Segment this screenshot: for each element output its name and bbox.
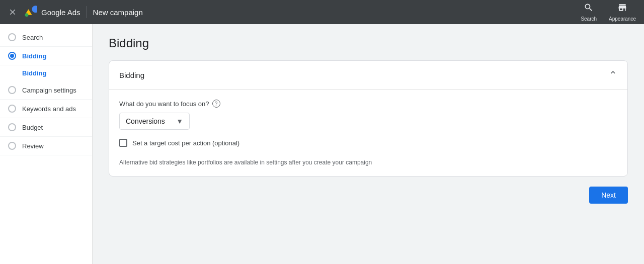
- appearance-action[interactable]: Appearance: [609, 3, 636, 22]
- chevron-down-icon: ▼: [176, 117, 183, 125]
- next-button-container: Next: [109, 187, 628, 204]
- appearance-label: Appearance: [609, 16, 636, 22]
- sidebar-label-budget: Budget: [22, 124, 43, 131]
- nav-divider: [87, 6, 87, 18]
- target-cost-label[interactable]: Set a target cost per action (optional): [132, 139, 239, 147]
- sidebar-item-budget[interactable]: Budget: [0, 118, 92, 137]
- sidebar-item-campaign-settings[interactable]: Campaign settings: [0, 81, 92, 100]
- target-cost-checkbox[interactable]: [119, 139, 127, 147]
- sidebar-radio-campaign-settings: [8, 86, 16, 94]
- sidebar-radio-review: [8, 142, 16, 150]
- search-action[interactable]: Search: [581, 3, 597, 22]
- sidebar-label-search: Search: [22, 34, 43, 41]
- main-content: Bidding Bidding ⌃ What do you want to fo…: [93, 24, 644, 264]
- focus-label: What do you want to focus on? ?: [119, 100, 617, 108]
- sidebar: Search Bidding Bidding Campaign settings…: [0, 24, 93, 264]
- focus-select[interactable]: Conversions ▼: [119, 113, 190, 130]
- sidebar-label-campaign-settings: Campaign settings: [22, 86, 76, 94]
- next-button[interactable]: Next: [589, 187, 628, 204]
- card-header: Bidding ⌃: [109, 61, 627, 90]
- sidebar-radio-keywords-and-ads: [8, 105, 16, 113]
- sidebar-radio-bidding: [8, 52, 16, 60]
- sidebar-radio-budget: [8, 123, 16, 131]
- sidebar-item-review[interactable]: Review: [0, 137, 92, 155]
- sidebar-sub-bidding[interactable]: Bidding: [0, 65, 92, 81]
- sidebar-label-keywords-and-ads: Keywords and ads: [22, 105, 76, 113]
- target-cost-row: Set a target cost per action (optional): [119, 139, 617, 147]
- campaign-title: New campaign: [93, 8, 143, 17]
- card-title: Bidding: [119, 71, 144, 79]
- brand-name: Google Ads: [41, 8, 80, 17]
- search-icon: [584, 3, 594, 15]
- focus-value: Conversions: [126, 117, 165, 125]
- card-body: What do you want to focus on? ? Conversi…: [109, 90, 627, 176]
- help-icon[interactable]: ?: [212, 100, 220, 108]
- topnav-actions: Search Appearance: [581, 3, 636, 22]
- search-label: Search: [581, 16, 597, 22]
- sidebar-item-keywords-and-ads[interactable]: Keywords and ads: [0, 100, 92, 118]
- sidebar-sub-label: Bidding: [22, 69, 46, 77]
- appearance-icon: [617, 3, 627, 15]
- sidebar-label-bidding: Bidding: [22, 52, 46, 60]
- main-layout: Search Bidding Bidding Campaign settings…: [0, 24, 644, 264]
- close-button[interactable]: [8, 8, 17, 17]
- google-ads-logo: Google Ads: [23, 5, 80, 19]
- sidebar-item-search[interactable]: Search: [0, 28, 92, 47]
- sidebar-item-bidding[interactable]: Bidding: [0, 47, 92, 65]
- alt-bid-text: Alternative bid strategies like portfoli…: [119, 159, 617, 166]
- bidding-card: Bidding ⌃ What do you want to focus on? …: [109, 60, 628, 177]
- focus-label-text: What do you want to focus on?: [119, 100, 209, 108]
- page-title: Bidding: [109, 36, 628, 50]
- sidebar-radio-search: [8, 33, 16, 41]
- chevron-up-icon[interactable]: ⌃: [609, 69, 617, 81]
- sidebar-label-review: Review: [22, 142, 44, 150]
- top-navigation: Google Ads New campaign Search Appearanc…: [0, 0, 644, 24]
